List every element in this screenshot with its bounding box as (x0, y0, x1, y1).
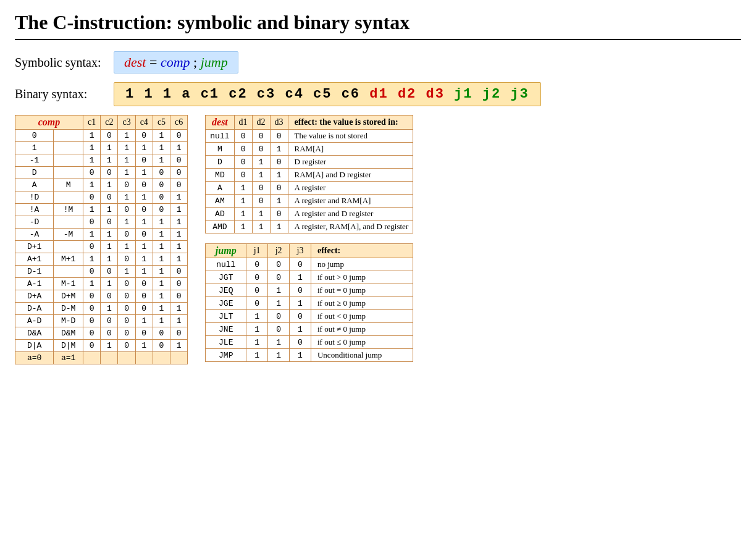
comp-cell-7-0: -D (15, 216, 54, 229)
comp-cell-16-1: D&M (54, 327, 83, 340)
jump-cell-6-2: 1 (268, 336, 290, 349)
dest-cell-4-0: A (206, 182, 234, 195)
jump-cell-5-4: if out ≠ 0 jump (311, 323, 413, 336)
comp-bit-cell: 0 (118, 179, 135, 191)
comp-cell-9-1 (54, 241, 83, 253)
comp-cell-0-0: 0 (15, 130, 54, 142)
dest-cell-4-3: 0 (270, 182, 288, 195)
comp-bit-cell: 1 (153, 241, 170, 253)
dest-header-2: d2 (252, 116, 270, 130)
comp-bit-cell: 0 (170, 266, 188, 278)
comp-bit-cell: 0 (101, 167, 118, 179)
comp-bit-cell: 1 (135, 191, 153, 204)
binary-bit-10: d1 (369, 86, 388, 102)
comp-table-row: D-1001110 (15, 266, 188, 278)
comp-cell-13-0: D+A (15, 290, 54, 303)
binary-bit-15: j3 (510, 86, 529, 102)
comp-bit-cell: 1 (170, 229, 188, 241)
comp-cell-1-0: 1 (15, 142, 54, 154)
comp-table-row: A+1M+1110111 (15, 253, 188, 266)
comp-bit-cell: 1 (153, 154, 170, 167)
comp-bit-header-c4: c4 (135, 116, 153, 130)
dest-cell-4-1: 1 (234, 182, 252, 195)
comp-bit-cell: 1 (153, 303, 170, 315)
dest-table-row: null000The value is not stored (206, 130, 413, 143)
comp-cell-4-1: M (54, 179, 83, 191)
comp-bit-cell: 1 (135, 253, 153, 266)
dest-cell-6-1: 1 (234, 208, 252, 221)
binary-bit-14: j2 (482, 86, 501, 102)
dest-table-row: MD011RAM[A] and D register (206, 169, 413, 182)
comp-bit-cell: 0 (153, 167, 170, 179)
jump-cell-4-1: 1 (246, 310, 268, 323)
binary-bit-11: d2 (398, 86, 416, 102)
dest-header-3: d3 (270, 116, 288, 130)
comp-bit-cell: 1 (153, 253, 170, 266)
dest-cell-7-4: A register, RAM[A], and D register (288, 221, 413, 233)
binary-bit-4: c1 (201, 86, 219, 102)
comp-bit-cell: 0 (135, 204, 153, 216)
comp-bit-cell: 1 (153, 266, 170, 278)
comp-bit-cell: 0 (135, 290, 153, 303)
jump-cell-2-1: 0 (246, 284, 268, 297)
jump-table-row: JMP111Unconditional jump (206, 349, 413, 362)
sym-eq: = (146, 54, 160, 70)
comp-footer-a1: a=1 (54, 352, 83, 364)
dest-cell-5-0: AM (206, 195, 234, 208)
dest-cell-0-1: 0 (234, 130, 252, 143)
comp-footer-empty (135, 352, 153, 364)
comp-bit-cell: 1 (83, 179, 101, 191)
comp-bit-cell: 1 (153, 142, 170, 154)
right-tables-section: destd1d2d3effect: the value is stored in… (205, 115, 413, 364)
binary-bit-12: d3 (426, 86, 445, 102)
comp-table-row: D+AD+M000010 (15, 290, 188, 303)
comp-bit-cell: 1 (153, 278, 170, 290)
comp-table-row: !A!M110001 (15, 204, 188, 216)
jump-cell-4-3: 0 (290, 310, 311, 323)
comp-bit-cell: 1 (135, 241, 153, 253)
comp-bit-cell: 1 (170, 241, 188, 253)
jump-cell-2-0: JEQ (206, 284, 246, 297)
jump-table-row: JEQ010if out = 0 jump (206, 284, 413, 297)
comp-cell-9-0: D+1 (15, 241, 54, 253)
jump-cell-2-2: 1 (268, 284, 290, 297)
jump-header-0: jump (206, 244, 246, 258)
jump-header-row: jumpj1j2j3effect: (206, 244, 413, 258)
jump-table: jumpj1j2j3effect:null000no jumpJGT001if … (205, 243, 413, 362)
comp-cell-12-0: A-1 (15, 278, 54, 290)
comp-bit-cell: 1 (118, 130, 135, 142)
comp-bit-cell: 1 (153, 229, 170, 241)
comp-bit-cell: 0 (170, 327, 188, 340)
comp-bit-cell: 0 (118, 315, 135, 327)
comp-bit-cell: 1 (170, 216, 188, 229)
comp-bit-cell: 0 (118, 327, 135, 340)
comp-bit-header-c5: c5 (153, 116, 170, 130)
jump-table-row: JGE011if out ≥ 0 jump (206, 297, 413, 310)
dest-cell-0-0: null (206, 130, 234, 143)
dest-cell-6-4: A register and D register (288, 208, 413, 221)
comp-cell-8-1: -M (54, 229, 83, 241)
comp-bit-cell: 1 (83, 130, 101, 142)
comp-bit-cell: 0 (153, 327, 170, 340)
comp-bit-cell: 0 (135, 229, 153, 241)
dest-cell-0-2: 0 (252, 130, 270, 143)
comp-bit-cell: 1 (101, 229, 118, 241)
comp-bit-cell: 1 (135, 142, 153, 154)
jump-cell-0-2: 0 (268, 258, 290, 271)
dest-cell-3-0: MD (206, 169, 234, 182)
dest-cell-0-3: 0 (270, 130, 288, 143)
binary-bit-8: c5 (313, 86, 332, 102)
comp-table-row: 1111111 (15, 142, 188, 154)
comp-bit-cell: 0 (135, 278, 153, 290)
jump-table-row: JGT001if out > 0 jump (206, 271, 413, 284)
comp-bit-cell: 1 (118, 191, 135, 204)
jump-header-3: j3 (290, 244, 311, 258)
comp-bit-cell: 1 (118, 142, 135, 154)
comp-bit-cell: 0 (101, 216, 118, 229)
dest-cell-2-1: 0 (234, 156, 252, 169)
comp-bit-cell: 1 (118, 241, 135, 253)
binary-bit-9: c6 (342, 86, 360, 102)
comp-bit-cell: 1 (153, 315, 170, 327)
comp-footer-empty (118, 352, 135, 364)
dest-cell-1-4: RAM[A] (288, 143, 413, 156)
